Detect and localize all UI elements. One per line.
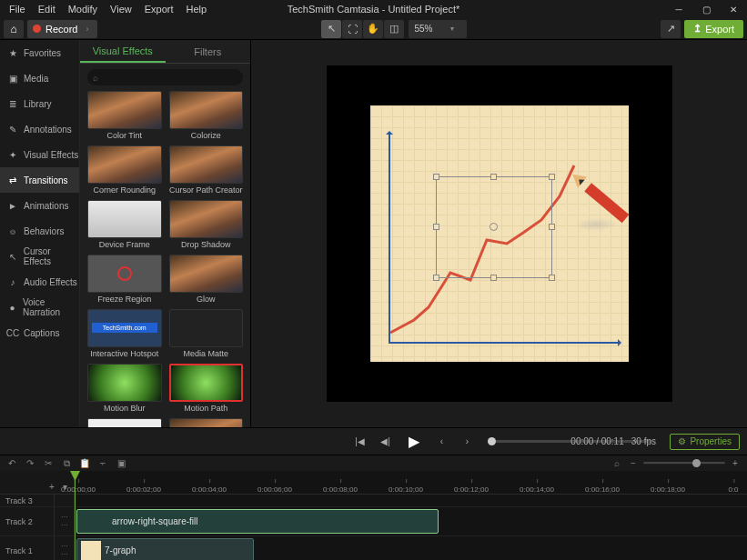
resize-handle[interactable] — [549, 174, 555, 180]
effect-interactive-hotspot[interactable]: TechSmith.comInteractive Hotspot — [87, 309, 162, 358]
effect-motion-path[interactable]: Motion Path — [169, 364, 244, 413]
transitions-icon: ⇄ — [7, 175, 18, 185]
menu-modify[interactable]: Modify — [63, 2, 103, 16]
sidebar-item-transitions[interactable]: ⇄Transitions — [0, 167, 79, 193]
effect-unnamed[interactable] — [87, 418, 162, 427]
clip-arrow[interactable]: arrow-right-square-fill — [76, 509, 439, 534]
maximize-button[interactable]: ▢ — [692, 0, 720, 18]
behaviors-icon: ⌾ — [7, 226, 18, 236]
export-button[interactable]: Export — [684, 20, 743, 38]
prev-frame-button[interactable]: |◀ — [351, 433, 369, 451]
undo-button[interactable]: ↶ — [5, 457, 18, 470]
zoom-out-button[interactable]: − — [627, 457, 640, 470]
effect-freeze-region[interactable]: Freeze Region — [87, 255, 162, 304]
play-button[interactable]: ▶ — [402, 430, 426, 454]
ruler-tick: 0:00:18;00 — [651, 485, 685, 494]
voice-narration-icon: ● — [7, 303, 17, 313]
close-button[interactable]: ✕ — [720, 0, 747, 18]
track-1-content[interactable]: 7-graph — [75, 536, 747, 560]
paste-button[interactable]: 📋 — [78, 457, 91, 470]
sidebar-item-cursor-effects[interactable]: ↖Cursor Effects — [0, 244, 79, 269]
tab-filters[interactable]: Filters — [166, 40, 251, 63]
track-label-2[interactable]: Track 2 — [0, 507, 55, 535]
menu-help[interactable]: Help — [181, 2, 213, 16]
properties-button[interactable]: Properties — [670, 434, 740, 450]
effect-color-tint[interactable]: Color Tint — [87, 91, 162, 140]
sidebar-item-library[interactable]: ≣Library — [0, 91, 79, 116]
effect-cursor-path-creator[interactable]: Cursor Path Creator — [169, 145, 244, 195]
clip-graph[interactable]: 7-graph — [76, 538, 254, 560]
menu-file[interactable]: File — [4, 2, 31, 16]
resize-handle[interactable] — [490, 275, 497, 281]
effect-media-matte[interactable]: Media Matte — [169, 309, 244, 358]
sidebar-item-behaviors[interactable]: ⌾Behaviors — [0, 218, 79, 244]
resize-handle[interactable] — [549, 224, 555, 230]
tool-select[interactable]: ↖ — [321, 20, 341, 38]
sidebar-item-annotations[interactable]: ✎Annotations — [0, 116, 79, 142]
track-3-content[interactable] — [75, 495, 747, 506]
tab-visual-effects[interactable]: Visual Effects — [80, 40, 166, 63]
resize-handle[interactable] — [549, 275, 555, 281]
playhead[interactable] — [75, 471, 76, 560]
resize-handle[interactable] — [433, 275, 439, 281]
snapshot-button[interactable]: ▣ — [115, 457, 127, 470]
record-button[interactable]: Record › — [27, 20, 97, 38]
search-input[interactable]: ⌕ — [87, 69, 243, 85]
menu-view[interactable]: View — [105, 2, 137, 16]
marker-prev-button[interactable]: ‹ — [433, 433, 451, 451]
audio-effects-icon: ♪ — [7, 277, 18, 287]
selection-box[interactable] — [436, 176, 552, 278]
effect-glow[interactable]: Glow — [169, 255, 244, 304]
effect-motion-blur[interactable]: Motion Blur — [87, 364, 162, 413]
menu-export[interactable]: Export — [139, 2, 179, 16]
cursor-effects-icon: ↖ — [7, 252, 18, 262]
zoom-in-button[interactable]: + — [729, 457, 742, 470]
canvas-stage[interactable] — [327, 65, 672, 402]
resize-handle[interactable] — [433, 224, 439, 230]
resize-handle[interactable] — [490, 174, 497, 180]
canvas-media[interactable] — [370, 105, 629, 362]
zoom-select[interactable]: 55% — [409, 20, 467, 38]
step-back-button[interactable]: ◀| — [377, 433, 395, 451]
center-handle[interactable] — [490, 223, 498, 231]
minimize-button[interactable]: ─ — [665, 0, 692, 18]
effect-drop-shadow[interactable]: Drop Shadow — [169, 200, 244, 249]
sidebar-item-animations[interactable]: ►Animations — [0, 193, 79, 218]
ruler-tick: 0:00:00;00 — [61, 485, 96, 494]
effect-colorize[interactable]: Colorize — [169, 91, 244, 140]
sidebar-item-voice-narration[interactable]: ●Voice Narration — [0, 295, 79, 320]
home-button[interactable]: ⌂ — [4, 20, 24, 38]
sidebar-item-audio-effects[interactable]: ♪Audio Effects — [0, 269, 79, 295]
tool-crop[interactable]: ◫ — [384, 20, 404, 38]
resize-handle[interactable] — [433, 174, 439, 180]
zoom-slider[interactable] — [643, 462, 725, 465]
redo-button[interactable]: ↷ — [24, 457, 36, 470]
marker-next-button[interactable]: › — [459, 433, 477, 451]
tool-resize[interactable]: ⛶ — [342, 20, 362, 38]
sidebar-item-favorites[interactable]: ★Favorites — [0, 40, 79, 65]
sidebar-item-media[interactable]: ▣Media — [0, 65, 79, 91]
copy-button[interactable]: ⧉ — [60, 457, 73, 470]
effect-corner-rounding[interactable]: Corner Rounding — [87, 145, 162, 195]
track-label-3[interactable]: Track 3 — [0, 495, 55, 506]
effect-device-frame[interactable]: Device Frame — [87, 200, 162, 249]
track-2-content[interactable]: arrow-right-square-fill — [75, 507, 747, 535]
effect-unnamed[interactable] — [169, 418, 244, 427]
media-icon: ▣ — [7, 74, 18, 84]
ruler-tick: 0:0 — [728, 485, 738, 494]
ruler-tick: 0:00:12;00 — [454, 485, 489, 494]
chevron-right-icon: › — [86, 25, 88, 34]
tool-pan[interactable]: ✋ — [363, 20, 383, 38]
cut-button[interactable]: ✂ — [42, 457, 55, 470]
zoom-fit-button[interactable]: ⌕ — [611, 457, 623, 470]
menu-edit[interactable]: Edit — [33, 2, 61, 16]
split-button[interactable]: ⫟ — [96, 457, 109, 470]
sidebar-item-captions[interactable]: CCCaptions — [0, 320, 79, 345]
share-button[interactable]: ↗ — [661, 20, 681, 38]
window-title: TechSmith Camtasia - Untitled Project* — [288, 4, 460, 15]
add-marker-button[interactable]: + — [46, 481, 57, 492]
sidebar-item-visual-effects[interactable]: ✦Visual Effects — [0, 142, 79, 167]
track-label-1[interactable]: Track 1 — [0, 536, 55, 560]
sidebar: ★Favorites▣Media≣Library✎Annotations✦Vis… — [0, 40, 80, 427]
timeline-ruler[interactable]: 0:00:00;000:00:02;000:00:04;000:00:06;00… — [75, 471, 747, 494]
